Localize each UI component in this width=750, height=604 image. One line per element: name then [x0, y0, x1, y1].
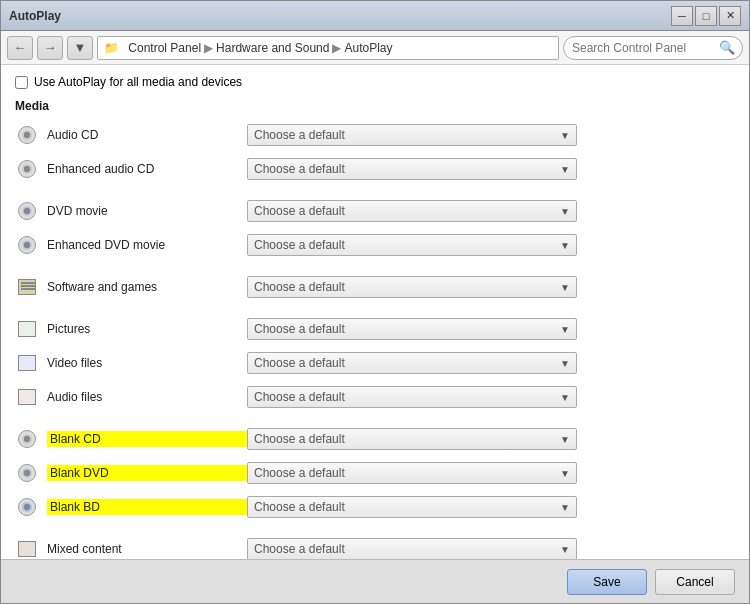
- picture-icon: [15, 317, 39, 341]
- media-row-blank-dvd: Blank DVD Choose a default ▼: [15, 459, 735, 487]
- media-row-dvd-movie: DVD movie Choose a default ▼: [15, 197, 735, 225]
- media-row-audio-cd: Audio CD Choose a default ▼: [15, 121, 735, 149]
- media-label-blank-dvd: Blank DVD: [47, 465, 247, 481]
- dropdown-text-blank-bd: Choose a default: [254, 500, 345, 514]
- dropdown-arrow-video-files: ▼: [560, 358, 570, 369]
- cd-icon: [15, 157, 39, 181]
- close-button[interactable]: ✕: [719, 6, 741, 26]
- media-label-dvd-movie: DVD movie: [47, 204, 247, 218]
- dropdown-arrow-enhanced-audio-cd: ▼: [560, 164, 570, 175]
- dropdown-text-blank-dvd: Choose a default: [254, 466, 345, 480]
- autoplay-checkbox-row: Use AutoPlay for all media and devices: [15, 75, 735, 89]
- media-section-header: Media: [15, 99, 735, 113]
- media-label-audio-cd: Audio CD: [47, 128, 247, 142]
- dropdown-audio-files[interactable]: Choose a default ▼: [247, 386, 577, 408]
- media-row-blank-cd: Blank CD Choose a default ▼: [15, 425, 735, 453]
- dropdown-arrow-mixed-content: ▼: [560, 544, 570, 555]
- cd-icon: [15, 427, 39, 451]
- dropdown-text-mixed-content: Choose a default: [254, 542, 345, 556]
- forward-button[interactable]: →: [37, 36, 63, 60]
- dropdown-text-enhanced-dvd-movie: Choose a default: [254, 238, 345, 252]
- spacer-after-audio-files: [15, 417, 735, 425]
- media-label-software-games: Software and games: [47, 280, 247, 294]
- media-label-mixed-content: Mixed content: [47, 542, 247, 556]
- breadcrumb[interactable]: 📁 Control Panel ▶ Hardware and Sound ▶ A…: [97, 36, 559, 60]
- dropdown-audio-cd[interactable]: Choose a default ▼: [247, 124, 577, 146]
- dropdown-text-audio-cd: Choose a default: [254, 128, 345, 142]
- dropdown-blank-cd[interactable]: Choose a default ▼: [247, 428, 577, 450]
- bluray-icon: [15, 495, 39, 519]
- dropdown-arrow-pictures: ▼: [560, 324, 570, 335]
- media-row-video-files: Video files Choose a default ▼: [15, 349, 735, 377]
- spacer-after-blank-bd: [15, 527, 735, 535]
- media-row-enhanced-audio-cd: Enhanced audio CD Choose a default ▼: [15, 155, 735, 183]
- media-row-enhanced-dvd-movie: Enhanced DVD movie Choose a default ▼: [15, 231, 735, 259]
- dropdown-text-enhanced-audio-cd: Choose a default: [254, 162, 345, 176]
- video-icon: [15, 351, 39, 375]
- dropdown-arrow-dvd-movie: ▼: [560, 206, 570, 217]
- dropdown-dvd-movie[interactable]: Choose a default ▼: [247, 200, 577, 222]
- autoplay-window: AutoPlay ─ □ ✕ ← → ▼ 📁 Control Panel ▶ H…: [0, 0, 750, 604]
- media-rows-container: Audio CD Choose a default ▼ Enhanced aud…: [15, 121, 735, 559]
- window-title: AutoPlay: [9, 9, 61, 23]
- dropdown-video-files[interactable]: Choose a default ▼: [247, 352, 577, 374]
- media-row-audio-files: Audio files Choose a default ▼: [15, 383, 735, 411]
- media-label-video-files: Video files: [47, 356, 247, 370]
- mixed-icon: [15, 537, 39, 559]
- dropdown-blank-dvd[interactable]: Choose a default ▼: [247, 462, 577, 484]
- dropdown-mixed-content[interactable]: Choose a default ▼: [247, 538, 577, 559]
- dropdown-arrow-blank-dvd: ▼: [560, 468, 570, 479]
- search-input[interactable]: [563, 36, 743, 60]
- recent-pages-button[interactable]: ▼: [67, 36, 93, 60]
- footer: Save Cancel: [1, 559, 749, 603]
- breadcrumb-hardware-sound[interactable]: Hardware and Sound: [216, 41, 329, 55]
- dropdown-arrow-audio-files: ▼: [560, 392, 570, 403]
- save-button[interactable]: Save: [567, 569, 647, 595]
- media-label-pictures: Pictures: [47, 322, 247, 336]
- dropdown-enhanced-dvd-movie[interactable]: Choose a default ▼: [247, 234, 577, 256]
- spacer-after-software-games: [15, 307, 735, 315]
- dropdown-text-pictures: Choose a default: [254, 322, 345, 336]
- cancel-button[interactable]: Cancel: [655, 569, 735, 595]
- content-area: Use AutoPlay for all media and devices M…: [1, 65, 749, 559]
- cd-icon: [15, 123, 39, 147]
- dropdown-pictures[interactable]: Choose a default ▼: [247, 318, 577, 340]
- address-bar: ← → ▼ 📁 Control Panel ▶ Hardware and Sou…: [1, 31, 749, 65]
- dropdown-text-software-games: Choose a default: [254, 280, 345, 294]
- media-label-enhanced-dvd-movie: Enhanced DVD movie: [47, 238, 247, 252]
- dropdown-text-video-files: Choose a default: [254, 356, 345, 370]
- spacer-after-enhanced-audio-cd: [15, 189, 735, 197]
- dropdown-enhanced-audio-cd[interactable]: Choose a default ▼: [247, 158, 577, 180]
- media-row-software-games: Software and games Choose a default ▼: [15, 273, 735, 301]
- maximize-button[interactable]: □: [695, 6, 717, 26]
- media-row-mixed-content: Mixed content Choose a default ▼: [15, 535, 735, 559]
- dropdown-arrow-audio-cd: ▼: [560, 130, 570, 141]
- autoplay-checkbox[interactable]: [15, 76, 28, 89]
- dropdown-arrow-blank-cd: ▼: [560, 434, 570, 445]
- spacer-after-enhanced-dvd-movie: [15, 265, 735, 273]
- dvd-icon: [15, 233, 39, 257]
- dvd-icon: [15, 461, 39, 485]
- media-row-blank-bd: Blank BD Choose a default ▼: [15, 493, 735, 521]
- dropdown-arrow-blank-bd: ▼: [560, 502, 570, 513]
- dropdown-arrow-software-games: ▼: [560, 282, 570, 293]
- media-label-audio-files: Audio files: [47, 390, 247, 404]
- dropdown-text-blank-cd: Choose a default: [254, 432, 345, 446]
- minimize-button[interactable]: ─: [671, 6, 693, 26]
- dropdown-text-audio-files: Choose a default: [254, 390, 345, 404]
- media-label-blank-bd: Blank BD: [47, 499, 247, 515]
- dropdown-arrow-enhanced-dvd-movie: ▼: [560, 240, 570, 251]
- search-icon: 🔍: [719, 40, 735, 55]
- autoplay-checkbox-label: Use AutoPlay for all media and devices: [34, 75, 242, 89]
- dropdown-blank-bd[interactable]: Choose a default ▼: [247, 496, 577, 518]
- main-content: Use AutoPlay for all media and devices M…: [1, 65, 749, 559]
- title-bar: AutoPlay ─ □ ✕: [1, 1, 749, 31]
- breadcrumb-autoplay[interactable]: AutoPlay: [344, 41, 392, 55]
- back-button[interactable]: ←: [7, 36, 33, 60]
- dropdown-software-games[interactable]: Choose a default ▼: [247, 276, 577, 298]
- breadcrumb-control-panel[interactable]: Control Panel: [128, 41, 201, 55]
- media-row-pictures: Pictures Choose a default ▼: [15, 315, 735, 343]
- breadcrumb-icon: 📁: [104, 41, 119, 55]
- dvd-icon: [15, 199, 39, 223]
- software-icon: [15, 275, 39, 299]
